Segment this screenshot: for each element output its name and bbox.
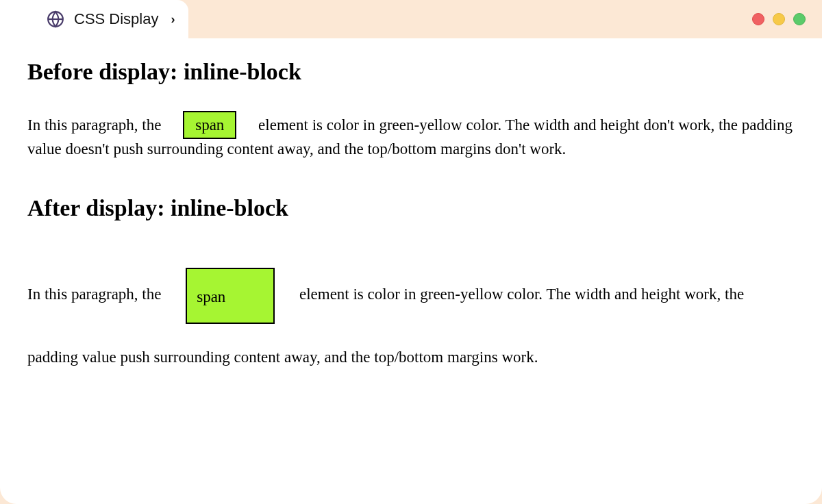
minimize-window-button[interactable] (773, 13, 785, 25)
close-window-button[interactable] (752, 13, 764, 25)
page-content: Before display: inline-block In this par… (0, 38, 822, 504)
heading-after: After display: inline-block (27, 195, 795, 221)
browser-bar: CSS Display › (0, 0, 822, 38)
para2-text-before: In this paragraph, the (27, 286, 165, 303)
para1-text-before: In this paragraph, the (27, 116, 165, 134)
span-demo-inline: span (183, 111, 236, 139)
window-controls (752, 13, 806, 25)
globe-icon (47, 10, 64, 28)
browser-tab[interactable]: CSS Display › (16, 0, 188, 38)
chevron-right-icon: › (171, 12, 175, 27)
maximize-window-button[interactable] (793, 13, 806, 25)
tab-title: CSS Display (74, 10, 158, 28)
paragraph-before: In this paragraph, the span element is c… (27, 114, 795, 161)
span-demo-inline-block: span (186, 268, 275, 324)
heading-before: Before display: inline-block (27, 59, 795, 85)
paragraph-after: In this paragraph, the span element is c… (27, 250, 795, 373)
